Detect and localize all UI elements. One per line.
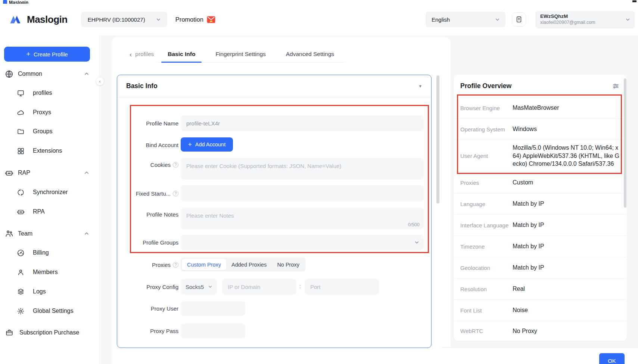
maslogin-logo-icon [9,13,23,26]
proxy-protocol-select[interactable]: Socks5 [181,279,217,295]
overview-row-interface-language: Interface Language Match by IP [454,214,626,236]
promotion-link[interactable]: Promotion [175,16,215,23]
overview-value: Match by IP [513,264,621,272]
tab-fingerprint-settings[interactable]: Fingerprint Settings [205,46,276,62]
app-window: Maslogin Maslogin EHPHRV (ID:1000027) Pr… [0,0,638,364]
proxy-user-input[interactable] [181,301,245,316]
sidebar-item-members[interactable]: Members [0,266,99,278]
help-icon[interactable]: ? [173,262,178,268]
tab-advanced-settings[interactable]: Advanced Settings [276,46,344,62]
sidebar-item-label: RPA [33,208,45,215]
proxy-config-label: Proxy Config [129,283,178,290]
sidebar-section-rap[interactable]: RAP [0,167,99,179]
ok-button[interactable]: OK [599,353,625,364]
overview-label: Geolocation [460,265,513,271]
tab-label: Fingerprint Settings [215,51,265,57]
sidebar-item-groups[interactable]: Groups [0,125,99,137]
file-text-icon [515,16,523,23]
sidebar-item-logs[interactable]: Logs [0,286,99,298]
help-icon[interactable]: ? [173,162,178,168]
overview-label: Interface Language [460,222,513,228]
overview-row-browser-engine: Browser Engine MasMateBrowser [454,97,626,118]
chevron-left-icon: ‹ [130,51,132,58]
workspace-selector[interactable]: EHPHRV (ID:1000027) [81,12,167,27]
overview-label: Resolution [460,286,513,292]
proxy-ip-input[interactable] [222,279,296,295]
sidebar-item-rpa[interactable]: RPA [0,206,99,218]
promotion-label: Promotion [175,16,203,23]
sidebar-section-label: Common [18,71,42,77]
sidebar-item-extensions[interactable]: Extensions [0,145,99,157]
proxy-colon-separator: : [299,283,301,289]
overview-label: Language [460,201,513,207]
proxy-option-added[interactable]: Added Proxies [226,259,272,270]
cookies-textarea[interactable] [181,158,424,180]
proxy-option-none[interactable]: No Proxy [272,259,305,270]
user-info: EWzSQhzM xiaofei020907@gmail.com [540,13,595,26]
overview-value: MasMateBrowser [513,104,621,112]
proxies-segmented-control: Custom Proxy Added Proxies No Proxy [181,258,306,271]
sidebar-item-proxys[interactable]: Proxys [0,106,99,118]
overview-scrollbar[interactable] [624,78,626,208]
add-account-button[interactable]: + Add Account [181,137,233,152]
sidebar-item-label: Global Settings [33,308,74,314]
sidebar-item-label: profiles [33,90,52,96]
footer-bar: OK [442,347,638,364]
create-profile-button[interactable]: + Create Profile [4,47,90,62]
overview-value: No Proxy [513,327,621,335]
tab-basic-info[interactable]: Basic Info [158,46,205,62]
overview-value: Custom [513,178,621,187]
sidebar-item-global-settings[interactable]: Global Settings [0,305,99,317]
back-to-profiles[interactable]: ‹ profiles [130,51,154,58]
envelope-icon [207,16,215,23]
proxy-option-custom[interactable]: Custom Proxy [182,259,226,270]
proxy-pass-input[interactable] [181,324,245,338]
window-app-icon [3,0,7,4]
sidebar-section-common[interactable]: Common [0,68,99,80]
tab-label: Advanced Settings [286,51,334,57]
sidebar-item-subscription-purchase[interactable]: Subscription Purchase [0,327,99,339]
collapse-caret-icon[interactable]: ▾ [419,83,421,89]
overview-value: Match by IP [513,221,621,229]
window-title: Maslogin [9,0,28,4]
sidebar-item-synchronizer[interactable]: Synchronizer [0,186,99,198]
basic-info-header[interactable]: Basic Info ▾ [117,75,431,97]
proxy-port-input[interactable] [305,279,379,295]
profile-name-label: Profile Name [129,119,178,127]
help-icon[interactable]: ? [173,191,178,196]
document-button[interactable] [512,12,526,27]
tab-group: Basic Info Fingerprint Settings Advanced… [158,46,344,63]
sidebar-section-team[interactable]: Team [0,228,99,240]
sidebar-item-billing[interactable]: Billing [0,247,99,259]
main-scrollbar[interactable] [436,75,439,203]
sidebar-collapse-button[interactable]: ‹ [96,77,104,85]
sidebar-item-profiles[interactable]: profiles [0,87,99,99]
profile-groups-select[interactable] [181,235,424,250]
brand: Maslogin [9,13,68,26]
overview-label: Proxies [460,180,513,186]
add-account-label: Add Account [195,141,225,147]
briefcase-icon [5,329,13,337]
sidebar-item-label: Subscription Purchase [19,329,79,336]
overview-row-language: Language Match by IP [454,193,626,214]
globe-icon [5,70,13,78]
profile-name-input[interactable] [181,115,424,131]
fixed-startup-input[interactable] [181,185,424,202]
overview-label: Browser Engine [460,105,513,111]
basic-info-section: Basic Info ▾ Profile Name Bind Account +… [117,75,432,348]
chevron-up-icon [84,231,89,236]
profile-notes-textarea[interactable] [181,208,424,229]
sidebar: + Create Profile Common profiles Proxys [0,35,100,364]
overview-label: Operating System [460,126,513,133]
robot-icon [5,169,13,177]
overview-value: Mozilla/5.0 (Windows NT 10.0; Win64; x64… [513,144,621,168]
language-selector[interactable]: English [426,12,505,27]
sidebar-item-label: Synchronizer [33,189,68,196]
sidebar-section-label: Team [18,230,32,237]
chevron-down-icon [495,18,499,22]
sliders-icon[interactable] [612,83,619,90]
plus-icon: + [26,51,30,57]
overview-row-user-agent: User Agent Mozilla/5.0 (Windows NT 10.0;… [454,140,626,172]
user-account-menu[interactable]: EWzSQhzM xiaofei020907@gmail.com [535,11,635,28]
tab-bar: ‹ profiles Basic Info Fingerprint Settin… [112,46,451,63]
